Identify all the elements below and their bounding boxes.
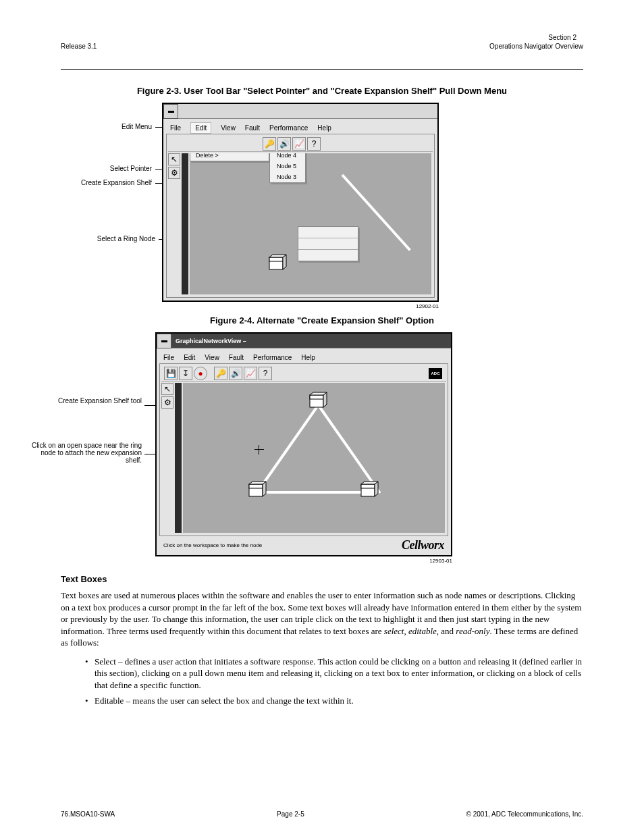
header-title: Operations Navigator Overview (489, 43, 583, 50)
crosshair-cursor-icon (254, 445, 264, 454)
toolbar: 🔑 🔊 📈 ? (168, 136, 433, 152)
bullet-1: • Select – defines a user action that in… (85, 656, 583, 692)
canvas[interactable]: Create Expansion Shelf Delete > Node 2 N… (190, 153, 431, 294)
callout-select-ring-label: Select a Ring Node (88, 235, 155, 242)
fig1-window: File Edit View Fault Performance Help 🔑 … (162, 103, 439, 302)
exit-icon[interactable]: ↧ (179, 367, 192, 380)
svg-marker-15 (361, 481, 378, 484)
window-menu-icon[interactable] (157, 334, 171, 348)
submenu-node3[interactable]: Node 3 (270, 172, 305, 182)
svg-marker-11 (249, 481, 266, 484)
submenu-node5[interactable]: Node 5 (270, 161, 305, 172)
menu-view[interactable]: View (205, 354, 219, 361)
status-bar: Click on the workspace to make the node … (159, 538, 448, 552)
header-rule (61, 69, 583, 70)
svg-rect-9 (249, 484, 263, 488)
key-icon[interactable]: 🔑 (263, 137, 276, 151)
title-bar (178, 104, 437, 119)
page-footer: 76.MSOA10-SWA Page 2-5 © 2001, ADC Telec… (61, 810, 583, 818)
term-select: select (384, 626, 404, 636)
help-icon[interactable]: ? (259, 367, 272, 380)
menu-fault[interactable]: Fault (229, 354, 244, 361)
status-text: Click on the workspace to make the node (163, 542, 262, 548)
callout-select-pointer-label: Select Pointer (54, 165, 152, 172)
svg-marker-7 (310, 392, 327, 395)
ring-node-box[interactable] (298, 226, 358, 261)
para-1: Text boxes are used at numerous places w… (61, 590, 583, 649)
side-toolbar: ↖ ⚙ (161, 383, 173, 409)
section-heading: Text Boxes (61, 574, 583, 584)
menu-performance[interactable]: Performance (253, 354, 292, 361)
help-icon[interactable]: ? (307, 137, 321, 151)
edit-submenu: Node 2 Node 4 Node 5 Node 3 (269, 153, 306, 183)
menu-file[interactable]: File (170, 124, 181, 132)
body-text: Text boxes are used at numerous places w… (61, 590, 583, 707)
menu-fault[interactable]: Fault (245, 124, 260, 132)
create-expansion-tool-icon[interactable]: ⚙ (161, 396, 173, 409)
bullet-2: • Editable – means the user can select t… (85, 695, 583, 707)
menu-file[interactable]: File (163, 354, 174, 361)
server-node-right-icon[interactable] (360, 480, 380, 500)
ring-link-bottom (257, 491, 372, 494)
submenu-node4[interactable]: Node 4 (270, 153, 305, 161)
term-readonly: read-only (456, 626, 489, 636)
record-icon[interactable]: ● (194, 367, 207, 380)
term-editable: editable (408, 626, 437, 636)
title-bar: GraphicalNetworkView – (171, 334, 451, 348)
svg-marker-3 (269, 255, 286, 257)
alarm-bar (182, 153, 188, 294)
header-release: Release 3.1 (61, 43, 97, 50)
menu-edit[interactable]: Edit (190, 122, 211, 134)
menu-edit[interactable]: Edit (184, 354, 195, 361)
graph-icon[interactable]: 📈 (292, 137, 306, 151)
menubar: File Edit View Fault Performance Help (159, 351, 448, 363)
fig2-num: 12903-01 (162, 558, 452, 564)
app-frame: 🔑 🔊 📈 ? ↖ ⚙ Create Expansion Shelf Delet… (166, 134, 435, 298)
brand-small-icon: ADC (429, 368, 442, 379)
header-section: Section 2 (61, 34, 576, 41)
sound-icon[interactable]: 🔊 (229, 367, 242, 380)
footer-right: © 2001, ADC Telecommunications, Inc. (466, 810, 583, 818)
canvas[interactable] (183, 383, 445, 533)
menu-view[interactable]: View (221, 124, 236, 132)
callout-tool-label: Create Expansion Shelf tool (44, 397, 142, 405)
graph-icon[interactable]: 📈 (244, 367, 257, 380)
sound-icon[interactable]: 🔊 (277, 137, 291, 151)
pointer-tool-icon[interactable]: ↖ (161, 383, 173, 395)
brand-logo: Cellworx (402, 538, 444, 552)
pointer-tool-icon[interactable]: ↖ (168, 153, 180, 165)
svg-rect-13 (361, 484, 375, 488)
alarm-bar (175, 383, 182, 533)
save-icon[interactable]: 💾 (164, 367, 178, 380)
menu-help[interactable]: Help (317, 124, 331, 132)
footer-left: 76.MSOA10-SWA (61, 810, 115, 818)
key-icon[interactable]: 🔑 (214, 367, 227, 380)
create-expansion-tool-icon[interactable]: ⚙ (168, 167, 180, 179)
svg-rect-1 (269, 257, 283, 261)
toolbar: 💾 ↧ ● 🔑 🔊 📈 ? ADC (161, 365, 446, 382)
server-node-icon[interactable] (268, 253, 288, 273)
edit-menu-popup: Create Expansion Shelf Delete > (190, 153, 269, 161)
app-frame: 💾 ↧ ● 🔑 🔊 📈 ? ADC ↖ ⚙ (159, 363, 448, 536)
fig1-caption: Figure 2-3. User Tool Bar "Select Pointe… (61, 86, 583, 96)
server-node-left-icon[interactable] (248, 480, 268, 500)
server-node-top-icon[interactable] (308, 391, 329, 411)
title-text: GraphicalNetworkView – (176, 338, 246, 344)
callout-cursor-label: Click on an open space near the ring nod… (30, 442, 142, 464)
window-menu-icon[interactable] (163, 104, 178, 119)
menubar: File Edit View Fault Performance Help (166, 122, 435, 134)
fig1-num: 12902-01 (162, 303, 439, 309)
footer-center: Page 2-5 (277, 810, 304, 818)
menu-performance[interactable]: Performance (269, 124, 308, 132)
menu-help[interactable]: Help (301, 354, 315, 361)
menu-item-delete[interactable]: Delete > (190, 153, 269, 161)
svg-rect-5 (310, 395, 323, 399)
callout-edit-menu-label: Edit Menu (84, 123, 152, 130)
fig2-caption: Figure 2-4. Alternate "Create Expansion … (61, 315, 583, 325)
side-toolbar: ↖ ⚙ (168, 153, 180, 179)
callout-create-exp-label: Create Expansion Shelf (54, 179, 152, 186)
fig2-window: GraphicalNetworkView – File Edit View Fa… (155, 332, 452, 556)
